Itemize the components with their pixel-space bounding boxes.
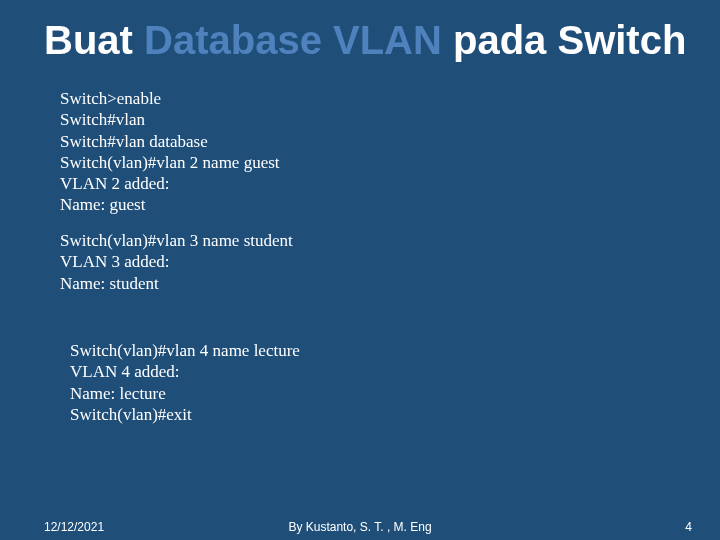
footer-page-number: 4: [685, 520, 692, 534]
footer-author: By Kustanto, S. T. , M. Eng: [0, 520, 720, 534]
terminal-line: Name: student: [60, 273, 293, 294]
title-accent: Database VLAN: [144, 18, 442, 62]
slide-title: Buat Database VLAN pada Switch: [44, 18, 686, 63]
terminal-line: Switch(vlan)#vlan 2 name guest: [60, 152, 280, 173]
title-pre: Buat: [44, 18, 144, 62]
terminal-line: VLAN 3 added:: [60, 251, 293, 272]
terminal-block-1: Switch>enable Switch#vlan Switch#vlan da…: [60, 88, 280, 216]
title-post: pada Switch: [442, 18, 687, 62]
terminal-line: Switch#vlan: [60, 109, 280, 130]
terminal-block-2: Switch(vlan)#vlan 3 name student VLAN 3 …: [60, 230, 293, 294]
slide: Buat Database VLAN pada Switch Switch>en…: [0, 0, 720, 540]
terminal-block-3: Switch(vlan)#vlan 4 name lecture VLAN 4 …: [70, 340, 300, 425]
terminal-line: VLAN 4 added:: [70, 361, 300, 382]
terminal-line: Switch(vlan)#vlan 4 name lecture: [70, 340, 300, 361]
terminal-line: Switch>enable: [60, 88, 280, 109]
terminal-line: Name: guest: [60, 194, 280, 215]
terminal-line: Name: lecture: [70, 383, 300, 404]
terminal-line: Switch(vlan)#exit: [70, 404, 300, 425]
terminal-line: Switch(vlan)#vlan 3 name student: [60, 230, 293, 251]
terminal-line: VLAN 2 added:: [60, 173, 280, 194]
terminal-line: Switch#vlan database: [60, 131, 280, 152]
